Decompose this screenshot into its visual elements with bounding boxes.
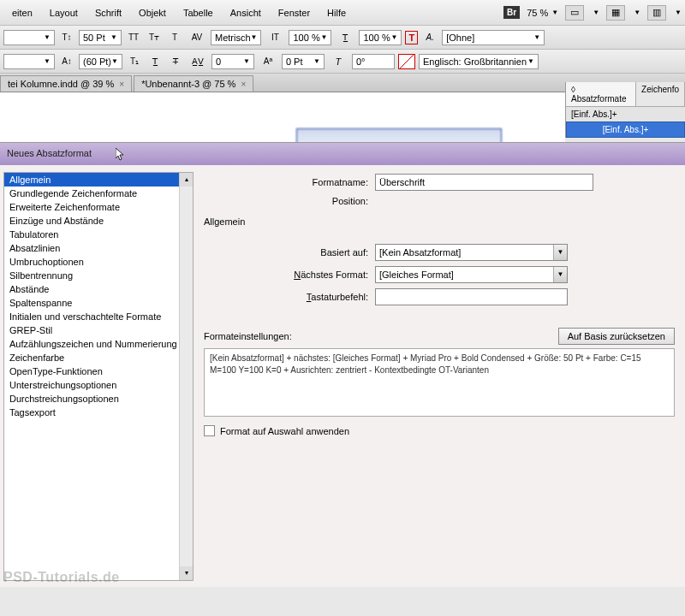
scrollbar[interactable]: ▴ ▾ xyxy=(179,173,193,580)
font-size-dropdown[interactable]: 50 Pt▼ xyxy=(79,30,122,45)
category-item[interactable]: Spaltenspanne xyxy=(4,296,193,310)
superscript-icon[interactable]: T xyxy=(166,30,183,45)
horizontal-scale-icon: T̲ xyxy=(335,30,355,45)
naechstes-dropdown[interactable]: [Gleiches Format] ▼ xyxy=(375,266,568,283)
menu-hilfe[interactable]: Hilfe xyxy=(319,3,354,23)
main-menubar: eiten Layout Schrift Objekt Tabelle Ansi… xyxy=(0,0,685,26)
position-label: Position: xyxy=(204,196,375,206)
screen-mode-icon[interactable]: ▭ xyxy=(565,5,584,21)
menu-schrift[interactable]: Schrift xyxy=(86,3,130,23)
category-item[interactable]: OpenType-Funktionen xyxy=(4,364,193,378)
baseline-dropdown[interactable]: 0 Pt▼ xyxy=(282,54,325,69)
chevron-down-icon: ▼ xyxy=(553,267,567,282)
menu-seiten[interactable]: eiten xyxy=(3,3,41,23)
char-style-dropdown[interactable]: [Ohne]▼ xyxy=(442,30,545,45)
apply-checkbox[interactable] xyxy=(204,425,215,436)
skew-dropdown[interactable]: 0° xyxy=(352,54,395,69)
formatname-input[interactable] xyxy=(375,174,593,191)
category-item[interactable]: GREP-Stil xyxy=(4,323,193,337)
category-item[interactable]: Tagsexport xyxy=(4,406,193,419)
dialog-category-list: AllgemeinGrundlegende ZeichenformateErwe… xyxy=(3,172,194,581)
new-paragraph-style-dialog: Neues Absatzformat AllgemeinGrundlegende… xyxy=(0,142,685,587)
view-mode-icon[interactable]: ▦ xyxy=(606,5,625,21)
category-item[interactable]: Aufzählungszeichen und Nummerierung xyxy=(4,337,193,351)
leading-icon: A↕ xyxy=(58,54,75,69)
settings-summary-box: [Kein Absatzformat] + nächstes: [Gleiche… xyxy=(204,348,675,417)
dialog-title-text: Neues Absatzformat xyxy=(7,148,92,158)
style-item[interactable]: [Einf. Abs.]+ xyxy=(566,107,685,121)
style-item-selected[interactable]: [Einf. Abs.]+ xyxy=(566,121,685,138)
category-item[interactable]: Allgemein xyxy=(4,173,193,187)
close-icon[interactable]: × xyxy=(119,80,124,89)
zoom-dropdown[interactable]: 75 % ▼ xyxy=(527,8,558,18)
section-heading: Allgemein xyxy=(204,216,675,227)
leading-dropdown[interactable]: (60 Pt)▼ xyxy=(79,54,122,69)
arrange-icon[interactable]: ▥ xyxy=(647,5,666,21)
menu-ansicht[interactable]: Ansicht xyxy=(222,3,270,23)
tracking-icon: A̲V̲ xyxy=(188,54,208,69)
scroll-up-icon[interactable]: ▴ xyxy=(180,173,193,187)
char-style-a-icon: A. xyxy=(421,30,438,45)
skew-icon: T xyxy=(328,54,348,69)
subscript-icon[interactable]: T₁ xyxy=(126,54,143,69)
font-family-dropdown[interactable]: ▼ xyxy=(3,30,55,45)
menubar-right-tools: Br 75 % ▼ ▭ ▼ ▦ ▼ ▥ ▼ xyxy=(503,5,682,21)
menu-layout[interactable]: Layout xyxy=(41,3,86,23)
type-color-icon[interactable]: T xyxy=(405,31,418,44)
cursor-icon xyxy=(116,148,126,163)
font-style-dropdown[interactable]: ▼ xyxy=(3,54,55,69)
formatname-label: Formatname: xyxy=(204,177,375,187)
chevron-down-icon: ▼ xyxy=(634,9,640,16)
category-item[interactable]: Zeichenfarbe xyxy=(4,351,193,364)
category-item[interactable]: Tabulatoren xyxy=(4,228,193,241)
control-toolbar-row1: ▼ T↕ 50 Pt▼ TT Tᴛ T AV Metrisch▼ IT 100 … xyxy=(0,26,685,50)
category-item[interactable]: Initialen und verschachtelte Formate xyxy=(4,310,193,323)
category-item[interactable]: Grundlegende Zeichenformate xyxy=(4,187,193,200)
category-item[interactable]: Einzüge und Abstände xyxy=(4,214,193,228)
language-dropdown[interactable]: Englisch: Großbritannien▼ xyxy=(419,54,539,69)
naechstes-label: Nächstes Format: xyxy=(204,270,375,280)
category-item[interactable]: Erweiterte Zeichenformate xyxy=(4,200,193,214)
chevron-down-icon: ▼ xyxy=(593,9,599,16)
kerning-icon: AV xyxy=(187,30,207,45)
category-item[interactable]: Unterstreichungsoptionen xyxy=(4,378,193,392)
tab-label: *Unbenannt-3 @ 75 % xyxy=(141,79,235,89)
menu-tabelle[interactable]: Tabelle xyxy=(175,3,222,23)
chevron-down-icon: ▼ xyxy=(551,9,558,16)
category-item[interactable]: Absatzlinien xyxy=(4,241,193,255)
category-item[interactable]: Umbruchoptionen xyxy=(4,255,193,269)
document-tab[interactable]: *Unbenannt-3 @ 75 % × xyxy=(134,75,253,92)
tastatur-input[interactable] xyxy=(375,288,568,305)
hscale-dropdown[interactable]: 100 %▼ xyxy=(359,30,402,45)
swatch-icon[interactable] xyxy=(398,54,415,69)
bridge-icon[interactable]: Br xyxy=(503,6,520,19)
category-item[interactable]: Silbentrennung xyxy=(4,269,193,282)
scroll-down-icon[interactable]: ▾ xyxy=(180,566,193,580)
panel-tab-absatzformate[interactable]: ◊ Absatzformate xyxy=(566,82,636,106)
einstellungen-label: Formateinstellungen: xyxy=(204,331,292,341)
smallcaps-icon[interactable]: Tᴛ xyxy=(146,30,163,45)
underline-icon[interactable]: T̲ xyxy=(146,54,164,69)
document-tab[interactable]: tei Kolumne.indd @ 39 % × xyxy=(0,75,132,92)
kerning-dropdown[interactable]: Metrisch▼ xyxy=(211,30,261,45)
chevron-down-icon: ▼ xyxy=(675,9,682,16)
dialog-titlebar: Neues Absatzformat xyxy=(0,143,685,165)
control-toolbar-row2: ▼ A↕ (60 Pt)▼ T₁ T̲ T̶ A̲V̲ 0▼ Aª 0 Pt▼ … xyxy=(0,50,685,74)
zoom-value: 75 % xyxy=(527,8,548,18)
menu-fenster[interactable]: Fenster xyxy=(270,3,319,23)
allcaps-icon[interactable]: TT xyxy=(125,30,142,45)
font-size-icon: T↕ xyxy=(58,30,75,45)
reset-button[interactable]: Auf Basis zurücksetzen xyxy=(558,328,675,345)
vscale-dropdown[interactable]: 100 %▼ xyxy=(289,30,331,45)
chevron-down-icon: ▼ xyxy=(553,245,567,260)
panel-tab-zeichenformate[interactable]: Zeichenfo xyxy=(636,82,685,106)
category-item[interactable]: Durchstreichungsoptionen xyxy=(4,392,193,406)
basiert-dropdown[interactable]: [Kein Absatzformat] ▼ xyxy=(375,244,568,261)
close-icon[interactable]: × xyxy=(241,80,246,89)
category-item[interactable]: Abstände xyxy=(4,282,193,296)
strikethrough-icon[interactable]: T̶ xyxy=(167,54,184,69)
apply-checkbox-label: Format auf Auswahl anwenden xyxy=(220,426,349,436)
menu-objekt[interactable]: Objekt xyxy=(130,3,175,23)
tracking-dropdown[interactable]: 0▼ xyxy=(211,54,254,69)
paragraph-styles-panel: ◊ Absatzformate Zeichenfo [Einf. Abs.]+ … xyxy=(565,82,685,138)
